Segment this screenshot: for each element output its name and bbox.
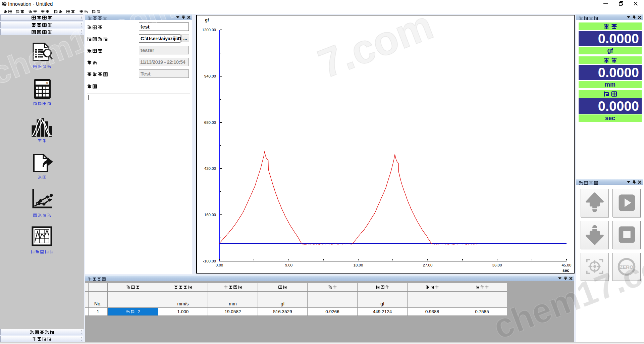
svg-text:1200.00: 1200.00 bbox=[202, 28, 216, 32]
svg-text:27.00: 27.00 bbox=[423, 263, 433, 267]
svg-text:940.00: 940.00 bbox=[204, 74, 216, 78]
svg-text:0: 0 bbox=[46, 81, 48, 85]
svg-text:680.00: 680.00 bbox=[204, 120, 216, 125]
svg-text:36.00: 36.00 bbox=[492, 263, 502, 267]
svg-text:160.00: 160.00 bbox=[204, 213, 216, 217]
svg-text:gf: gf bbox=[205, 18, 209, 22]
svg-text:0.00: 0.00 bbox=[216, 263, 223, 267]
svg-text:420.00: 420.00 bbox=[204, 166, 216, 170]
svg-text:-100.00: -100.00 bbox=[203, 259, 216, 263]
svg-text:18.00: 18.00 bbox=[354, 263, 363, 267]
svg-text:9.00: 9.00 bbox=[285, 263, 292, 267]
svg-text:ZERO: ZERO bbox=[620, 264, 634, 270]
svg-text:45.00: 45.00 bbox=[562, 263, 572, 267]
svg-text:sec: sec bbox=[562, 268, 569, 273]
